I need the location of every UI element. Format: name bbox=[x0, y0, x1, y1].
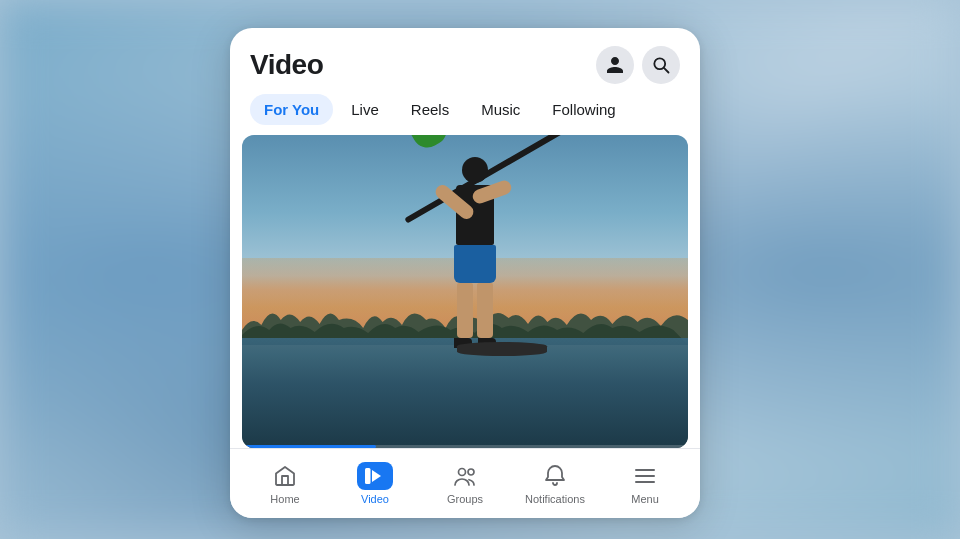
tab-live[interactable]: Live bbox=[337, 94, 393, 125]
svg-line-1 bbox=[664, 68, 669, 73]
nav-menu-label: Menu bbox=[631, 493, 659, 505]
nav-video-label: Video bbox=[361, 493, 389, 505]
groups-icon bbox=[451, 462, 479, 490]
tab-for-you[interactable]: For You bbox=[250, 94, 333, 125]
bell-icon bbox=[541, 462, 569, 490]
nav-home-label: Home bbox=[270, 493, 299, 505]
svg-rect-3 bbox=[365, 468, 371, 484]
nav-home[interactable]: Home bbox=[255, 462, 315, 505]
nav-groups-label: Groups bbox=[447, 493, 483, 505]
search-icon bbox=[651, 55, 671, 75]
search-button[interactable] bbox=[642, 46, 680, 84]
video-player[interactable] bbox=[242, 135, 688, 448]
tabs-bar: For You Live Reels Music Following bbox=[230, 92, 700, 135]
bottom-navigation: Home Video Groups bbox=[230, 448, 700, 518]
video-progress-bar bbox=[242, 445, 688, 448]
menu-icon bbox=[631, 462, 659, 490]
nav-video[interactable]: Video bbox=[345, 462, 405, 505]
video-icon bbox=[357, 462, 393, 490]
svg-point-4 bbox=[459, 469, 466, 476]
profile-button[interactable] bbox=[596, 46, 634, 84]
header-actions bbox=[596, 46, 680, 84]
water-bg bbox=[242, 338, 688, 448]
tab-following[interactable]: Following bbox=[538, 94, 629, 125]
nav-groups[interactable]: Groups bbox=[435, 462, 495, 505]
svg-point-5 bbox=[468, 469, 474, 475]
svg-marker-2 bbox=[372, 470, 381, 482]
phone-card: Video For You Live Reels Music Following bbox=[230, 28, 700, 518]
video-scene bbox=[242, 135, 688, 448]
nav-notifications[interactable]: Notifications bbox=[525, 462, 585, 505]
tab-music[interactable]: Music bbox=[467, 94, 534, 125]
video-progress-fill bbox=[242, 445, 376, 448]
page-title: Video bbox=[250, 49, 323, 81]
nav-menu[interactable]: Menu bbox=[615, 462, 675, 505]
app-header: Video bbox=[230, 28, 700, 92]
home-icon bbox=[271, 462, 299, 490]
nav-notifications-label: Notifications bbox=[525, 493, 585, 505]
tab-reels[interactable]: Reels bbox=[397, 94, 463, 125]
person-icon bbox=[605, 55, 625, 75]
paddler-silhouette bbox=[417, 138, 537, 348]
